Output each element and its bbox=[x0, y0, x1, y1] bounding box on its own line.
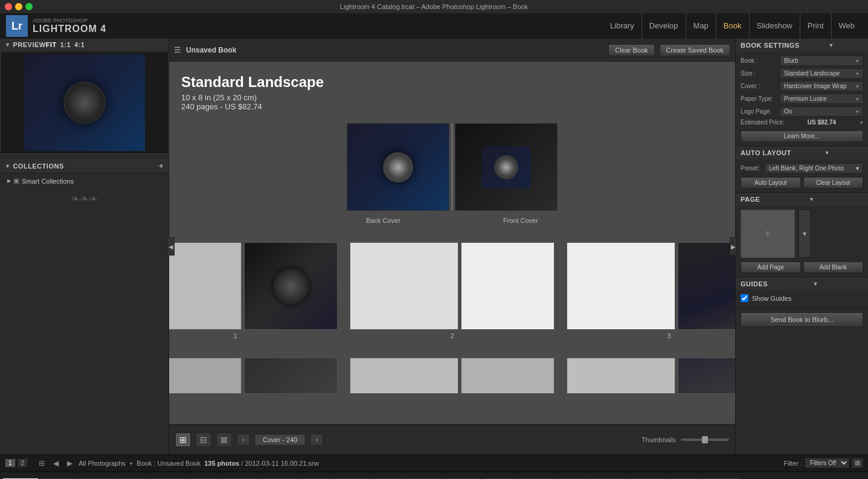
logo-page-dropdown[interactable]: On ▾ bbox=[780, 106, 863, 117]
slider-handle[interactable] bbox=[702, 436, 708, 443]
front-cover-page[interactable] bbox=[455, 123, 558, 211]
page-spread-6[interactable] bbox=[567, 358, 735, 394]
page-spread-2[interactable] bbox=[350, 242, 555, 330]
collapse-left-panel[interactable]: ◀ bbox=[167, 237, 175, 256]
page-left-blank-1[interactable] bbox=[169, 242, 242, 330]
page-tab-1[interactable]: 1 bbox=[5, 458, 16, 468]
page-section-body: + ▾ Add Page Add Blank bbox=[736, 206, 868, 277]
minimize-btn[interactable] bbox=[15, 3, 22, 10]
page-left-2[interactable] bbox=[350, 242, 458, 330]
paper-type-dropdown[interactable]: Premium Lustre ▾ bbox=[780, 94, 863, 104]
cover-spread[interactable] bbox=[347, 123, 558, 211]
add-source-btn[interactable]: + bbox=[129, 460, 133, 467]
collections-add-btn[interactable]: + bbox=[159, 161, 164, 170]
auto-layout-btn[interactable]: Auto Layout bbox=[741, 177, 801, 188]
scroll-ornament: ❧❧❧ bbox=[5, 192, 164, 205]
page-indicator: Cover - 240 bbox=[255, 434, 305, 445]
page-right-2[interactable] bbox=[461, 242, 555, 330]
add-blank-btn[interactable]: Add Blank bbox=[803, 262, 864, 273]
learn-more-btn[interactable]: Learn More... bbox=[741, 130, 863, 142]
page-left-5[interactable] bbox=[350, 358, 458, 394]
collections-header[interactable]: ▼ Collections + bbox=[0, 159, 169, 173]
inner-pages-row-2 bbox=[181, 358, 723, 394]
preset-dropdown[interactable]: Left Blank, Right One Photo ▾ bbox=[765, 163, 863, 173]
filter-dropdown[interactable]: Filters Off bbox=[805, 458, 849, 468]
preset-value: Left Blank, Right One Photo bbox=[769, 165, 844, 172]
zoom-fit[interactable]: FIT bbox=[46, 41, 57, 48]
page-spread-1[interactable] bbox=[169, 242, 338, 330]
view-split-btn[interactable]: ⊟ bbox=[196, 432, 211, 447]
create-saved-book-btn[interactable]: Create Saved Book bbox=[660, 44, 730, 56]
page-container-4 bbox=[169, 358, 338, 394]
page-left-6[interactable] bbox=[567, 358, 675, 394]
nav-map[interactable]: Map bbox=[686, 13, 716, 39]
nav-develop[interactable]: Develop bbox=[642, 13, 686, 39]
page-section-header[interactable]: Page ▼ bbox=[736, 193, 868, 206]
page-side-dropdown[interactable]: ▾ bbox=[799, 210, 811, 258]
cover-label: Cover : bbox=[741, 83, 780, 89]
page-right-6[interactable] bbox=[678, 358, 735, 394]
center-row: ▼ Preview FIT 1:1 4:1 ▼ Collections + bbox=[0, 39, 868, 454]
show-guides-label[interactable]: Show Guides bbox=[752, 295, 791, 302]
thumbnails-slider[interactable] bbox=[681, 439, 729, 441]
prev-page-btn[interactable]: ‹ bbox=[237, 434, 250, 446]
book-value-dropdown[interactable]: Blurb ▾ bbox=[780, 56, 863, 66]
page-right-photo-3[interactable] bbox=[678, 242, 735, 330]
filmstrip-grid-view[interactable]: ⊞ bbox=[36, 458, 47, 469]
window-controls[interactable] bbox=[5, 3, 33, 10]
zoom-1-1[interactable]: 1:1 bbox=[60, 41, 71, 48]
lr-logo: Lr bbox=[6, 15, 28, 37]
app-title-block: ADOBE PHOTOSHOP LIGHTROOM 4 bbox=[33, 18, 106, 34]
page-spread-5[interactable] bbox=[350, 358, 555, 394]
view-grid-btn[interactable]: ⊞ bbox=[175, 432, 191, 447]
logo-page-value: On bbox=[784, 108, 792, 115]
page-tab-2[interactable]: 2 bbox=[18, 458, 28, 468]
nav-slideshow[interactable]: Slideshow bbox=[750, 13, 800, 39]
preview-header[interactable]: ▼ Preview FIT 1:1 4:1 bbox=[0, 39, 169, 51]
page-left-4[interactable] bbox=[169, 358, 242, 394]
page-spread-4[interactable] bbox=[169, 358, 338, 394]
view-single-btn[interactable]: ⊠ bbox=[216, 432, 232, 447]
size-setting-row: Size : Standard Landscape ▾ bbox=[741, 68, 863, 79]
book-settings-header[interactable]: Book Settings ▼ bbox=[736, 39, 868, 52]
cover-value-dropdown[interactable]: Hardcover Image Wrap ▾ bbox=[780, 81, 863, 91]
zoom-4-1[interactable]: 4:1 bbox=[74, 41, 85, 48]
paper-type-value: Premium Lustre bbox=[784, 95, 827, 102]
page-num-1: 1 bbox=[233, 332, 237, 339]
clear-book-btn[interactable]: Clear Book bbox=[608, 44, 654, 56]
page-right-5[interactable] bbox=[461, 358, 555, 394]
next-page-btn[interactable]: › bbox=[310, 434, 323, 446]
page-right-4[interactable] bbox=[244, 358, 338, 394]
show-guides-checkbox[interactable] bbox=[741, 294, 748, 302]
smart-collections-item[interactable]: ▶ ▣ Smart Collections bbox=[5, 176, 164, 186]
back-cover-page[interactable] bbox=[347, 123, 449, 211]
preview-photo bbox=[24, 54, 145, 151]
show-guides-row: Show Guides bbox=[741, 294, 863, 302]
filmstrip-prev-btn[interactable]: ◀ bbox=[51, 458, 61, 469]
guides-header[interactable]: Guides ▼ bbox=[736, 277, 868, 291]
nav-book[interactable]: Book bbox=[716, 13, 750, 39]
nav-library[interactable]: Library bbox=[603, 13, 642, 39]
book-settings-triangle: ▼ bbox=[829, 42, 834, 48]
page-layout-thumbnail[interactable]: + bbox=[741, 210, 795, 258]
nav-web[interactable]: Web bbox=[832, 13, 863, 39]
add-page-btn[interactable]: Add Page bbox=[741, 262, 801, 273]
size-value-dropdown[interactable]: Standard Landscape ▾ bbox=[780, 68, 863, 79]
est-price-label: Estimated Price: bbox=[741, 119, 785, 126]
all-photos-link[interactable]: All Photographs bbox=[79, 460, 126, 467]
guides-body: Show Guides bbox=[736, 291, 868, 308]
nav-print[interactable]: Print bbox=[800, 13, 832, 39]
maximize-btn[interactable] bbox=[25, 3, 33, 10]
clear-layout-btn[interactable]: Clear Layout bbox=[803, 177, 864, 188]
page-right-photo-1[interactable] bbox=[244, 242, 338, 330]
page-spread-3[interactable] bbox=[567, 242, 735, 330]
thumbnails-label: Thumbnails bbox=[641, 436, 676, 443]
close-btn[interactable] bbox=[5, 3, 12, 10]
send-blurb-btn[interactable]: Send Book to Blurb... bbox=[741, 312, 863, 327]
page-left-3[interactable] bbox=[567, 242, 675, 330]
filmstrip-expand-btn[interactable]: ⊠ bbox=[852, 458, 863, 468]
filmstrip-next-btn[interactable]: ▶ bbox=[65, 458, 75, 469]
auto-layout-triangle: ▼ bbox=[825, 150, 830, 156]
auto-layout-header[interactable]: Auto Layout ▼ bbox=[736, 146, 868, 159]
collapse-right-panel[interactable]: ▶ bbox=[730, 237, 737, 256]
